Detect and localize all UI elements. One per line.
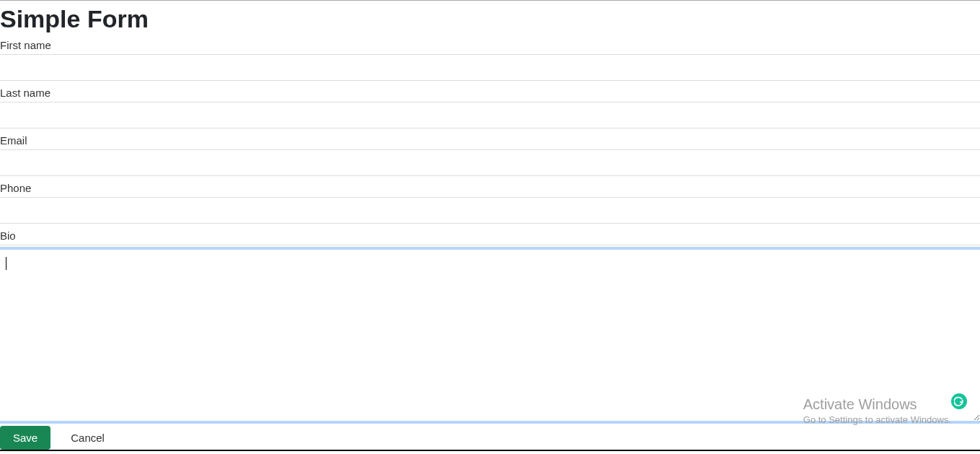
phone-group: Phone — [0, 182, 980, 224]
last-name-group: Last name — [0, 87, 980, 128]
text-cursor — [6, 257, 6, 270]
cancel-button[interactable]: Cancel — [58, 426, 118, 450]
email-label: Email — [0, 134, 980, 150]
form-container: Simple Form First name Last name Email P… — [0, 0, 980, 451]
first-name-label: First name — [0, 39, 980, 55]
bio-textarea-wrap — [0, 247, 980, 426]
save-button[interactable]: Save — [0, 426, 50, 450]
page-title: Simple Form — [0, 5, 980, 33]
email-input[interactable] — [0, 152, 980, 176]
phone-label: Phone — [0, 182, 980, 198]
button-row: Save Cancel — [0, 426, 980, 451]
first-name-input[interactable] — [0, 56, 980, 81]
bio-textarea[interactable] — [0, 247, 980, 424]
bio-label: Bio — [0, 230, 980, 245]
grammarly-icon[interactable] — [951, 393, 967, 409]
phone-input[interactable] — [0, 199, 980, 224]
last-name-input[interactable] — [0, 104, 980, 128]
email-group: Email — [0, 134, 980, 176]
first-name-group: First name — [0, 39, 980, 81]
bio-group: Bio — [0, 230, 980, 426]
last-name-label: Last name — [0, 87, 980, 102]
